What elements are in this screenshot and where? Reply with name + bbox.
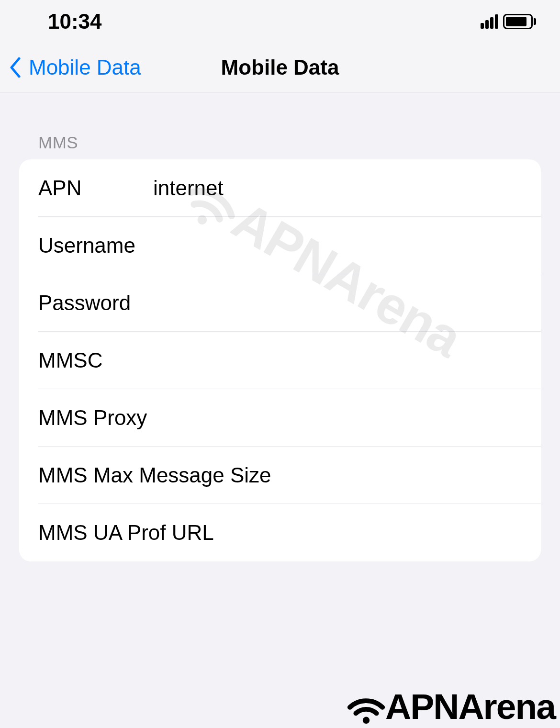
navigation-bar: Mobile Data Mobile Data xyxy=(0,43,560,92)
svg-point-1 xyxy=(363,717,370,724)
watermark-text: APNArena xyxy=(385,686,555,727)
apn-row[interactable]: APN xyxy=(19,159,541,217)
chevron-left-icon xyxy=(10,56,24,79)
mms-proxy-label: MMS Proxy xyxy=(38,406,153,430)
apn-label: APN xyxy=(38,176,153,200)
wifi-icon xyxy=(345,685,388,728)
password-input[interactable] xyxy=(153,291,522,315)
battery-icon xyxy=(503,14,536,29)
mms-max-size-row[interactable]: MMS Max Message Size xyxy=(19,447,541,504)
apn-input[interactable] xyxy=(153,176,522,200)
content: MMS APN Username Password MMSC MMS Proxy… xyxy=(0,92,560,561)
mms-max-size-label: MMS Max Message Size xyxy=(38,463,522,487)
mms-proxy-row[interactable]: MMS Proxy xyxy=(19,389,541,447)
mmsc-label: MMSC xyxy=(38,348,153,372)
username-row[interactable]: Username xyxy=(19,217,541,274)
mms-ua-prof-row[interactable]: MMS UA Prof URL xyxy=(19,504,541,561)
back-label: Mobile Data xyxy=(29,56,141,79)
username-input[interactable] xyxy=(153,234,522,258)
section-header-mms: MMS xyxy=(19,92,541,159)
mms-settings-group: APN Username Password MMSC MMS Proxy MMS… xyxy=(19,159,541,561)
mmsc-input[interactable] xyxy=(153,348,522,372)
mmsc-row[interactable]: MMSC xyxy=(19,332,541,389)
mms-proxy-input[interactable] xyxy=(153,406,522,430)
status-time: 10:34 xyxy=(48,10,102,34)
status-icons xyxy=(481,14,536,29)
password-row[interactable]: Password xyxy=(19,274,541,332)
status-bar: 10:34 xyxy=(0,0,560,43)
cellular-signal-icon xyxy=(481,14,498,29)
mms-ua-prof-label: MMS UA Prof URL xyxy=(38,521,522,545)
back-button[interactable]: Mobile Data xyxy=(0,56,141,79)
watermark-bottom: APNArena xyxy=(345,685,555,728)
username-label: Username xyxy=(38,234,153,258)
password-label: Password xyxy=(38,291,153,315)
